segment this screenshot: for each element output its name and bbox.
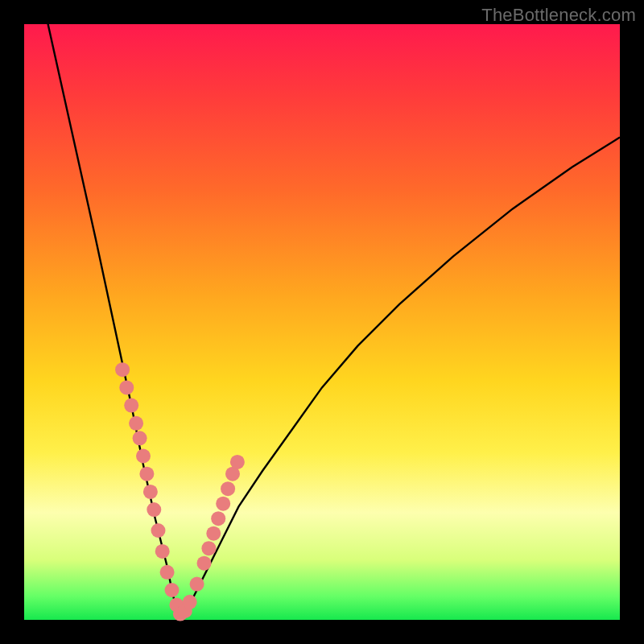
scatter-dots [115, 362, 245, 621]
scatter-dot [155, 544, 170, 559]
scatter-dot [143, 485, 158, 499]
scatter-dot [139, 467, 154, 481]
plot-area [24, 24, 620, 620]
watermark-text: TheBottleneck.com [481, 5, 636, 26]
scatter-dot [147, 502, 161, 517]
scatter-dot [183, 595, 197, 609]
scatter-dot [133, 431, 147, 445]
scatter-dot [190, 577, 204, 592]
scatter-dot [115, 362, 130, 377]
scatter-dot [211, 511, 225, 526]
scatter-dot [124, 398, 138, 413]
scatter-dot [221, 481, 235, 496]
chart-frame: TheBottleneck.com [0, 0, 644, 644]
scatter-dot [129, 416, 143, 431]
scatter-dot [119, 380, 134, 394]
scatter-dot [216, 497, 230, 511]
scatter-dot [136, 449, 151, 464]
scatter-dot [151, 523, 166, 538]
scatter-dot [165, 583, 180, 597]
scatter-dot [160, 565, 175, 580]
bottleneck-curve [24, 0, 620, 614]
chart-svg [24, 24, 620, 620]
scatter-dot [201, 541, 216, 555]
scatter-dot [230, 455, 245, 469]
scatter-dot [206, 526, 221, 541]
scatter-dot [197, 556, 212, 571]
